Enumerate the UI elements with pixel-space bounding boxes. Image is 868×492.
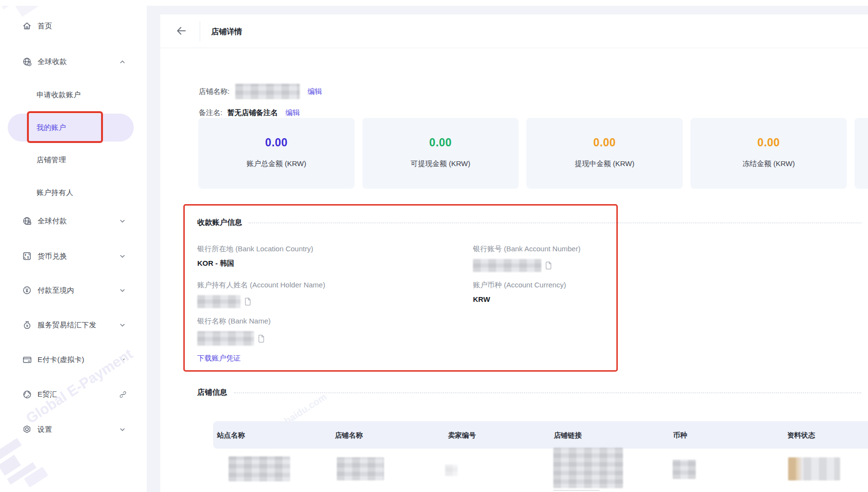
store-name-label: 店铺名称: bbox=[199, 87, 230, 96]
store-note-label: 备注名: bbox=[199, 108, 222, 117]
sidebar-item-label: 账户持有人 bbox=[37, 188, 74, 197]
col-data-status: 资料状态 bbox=[787, 431, 815, 440]
stat-card-withdrawable: 0.00 可提现金额 (KRW) bbox=[362, 118, 519, 189]
chevron-down-icon bbox=[119, 426, 126, 433]
brand-watermark-logo bbox=[0, 438, 34, 481]
sidebar-item-label: 货币兑换 bbox=[38, 252, 67, 261]
store-name-redacted bbox=[235, 84, 300, 99]
sidebar-item-label: 服务贸易结汇下发 bbox=[38, 321, 96, 330]
field-value: KRW bbox=[473, 295, 566, 303]
col-site-name: 站点名称 bbox=[217, 431, 245, 440]
account-holder-field: 账户持有人姓名 (Account Holder Name) bbox=[197, 281, 325, 308]
sidebar-item-domestic-payment[interactable]: 付款至境内 bbox=[0, 280, 147, 301]
sidebar-item-epay-card[interactable]: E付卡(虚拟卡) bbox=[0, 349, 147, 370]
sidebar-item-settings[interactable]: 设置 bbox=[0, 419, 147, 440]
bank-account-redacted bbox=[473, 259, 541, 272]
page-background-gap bbox=[147, 6, 160, 492]
stat-value: 0.00 bbox=[198, 136, 355, 149]
chevron-up-icon bbox=[119, 58, 126, 65]
edit-store-name-link[interactable]: 编辑 bbox=[307, 87, 322, 96]
copy-icon[interactable] bbox=[244, 298, 251, 306]
col-store-name: 店铺名称 bbox=[335, 431, 363, 440]
stat-value: 0.00 bbox=[526, 136, 683, 149]
stat-label: 可提现金额 (KRW) bbox=[362, 159, 519, 168]
copy-icon[interactable] bbox=[258, 335, 265, 343]
page-background-band bbox=[147, 6, 868, 14]
topbar-edge bbox=[0, 0, 868, 6]
sidebar-item-label: 全球收款 bbox=[38, 57, 67, 66]
sidebar-item-label: 申请收款账户 bbox=[37, 91, 81, 100]
back-button[interactable] bbox=[176, 25, 188, 38]
store-name-row: 店铺名称: 编辑 bbox=[199, 83, 322, 100]
bank-name-redacted bbox=[197, 331, 254, 346]
sidebar-item-label: 付款至境内 bbox=[38, 286, 75, 295]
store-note-value: 暂无店铺备注名 bbox=[227, 108, 278, 117]
section-title: 店铺信息 bbox=[197, 388, 227, 398]
store-link-underline bbox=[553, 490, 600, 491]
stat-label: 提现中金额 (KRW) bbox=[526, 159, 683, 168]
globe-collect-icon bbox=[22, 56, 32, 67]
cell-status-redacted bbox=[788, 457, 840, 480]
section-title: 收款账户信息 bbox=[197, 218, 242, 228]
svg-text:$: $ bbox=[27, 256, 29, 259]
sidebar-item-etrade[interactable]: E贸汇 bbox=[0, 384, 147, 405]
sidebar: Global E-Payment 首页 全球收款 申请收款账户 我的账户 店铺管… bbox=[0, 0, 147, 492]
chevron-down-icon bbox=[119, 218, 126, 224]
sidebar-item-global-payment[interactable]: 全球付款 bbox=[0, 210, 147, 232]
field-label: 账户币种 (Account Currency) bbox=[473, 281, 566, 290]
bank-name-field: 银行名称 (Bank Name) bbox=[197, 317, 271, 346]
credit-card-icon bbox=[22, 354, 32, 365]
chevron-down-icon bbox=[119, 356, 126, 363]
chevron-down-icon bbox=[119, 253, 126, 259]
main-panel: baidu.com Glo 店铺详情 店铺名称: 编辑 备注名: 暂无店铺备注名… bbox=[160, 14, 868, 492]
sidebar-item-trade-settlement[interactable]: 服务贸易结汇下发 bbox=[0, 314, 147, 336]
chevron-down-icon bbox=[119, 287, 126, 294]
cell-store-link-redacted bbox=[553, 448, 623, 488]
yen-circle-icon bbox=[22, 285, 32, 296]
field-label: 银行名称 (Bank Name) bbox=[197, 317, 271, 326]
account-holder-redacted bbox=[197, 295, 241, 308]
money-bag-icon bbox=[22, 320, 32, 330]
sidebar-item-account-holder[interactable]: 账户持有人 bbox=[0, 182, 147, 203]
external-link-icon bbox=[119, 391, 126, 398]
stat-value: 0.00 bbox=[362, 136, 519, 149]
field-label: 账户持有人姓名 (Account Holder Name) bbox=[197, 281, 325, 290]
account-info-section-header: 收款账户信息 bbox=[197, 218, 861, 228]
section-rule bbox=[249, 222, 861, 223]
sidebar-item-label: 店铺管理 bbox=[37, 155, 66, 165]
section-rule bbox=[234, 392, 861, 393]
brand-watermark-text: Global E-Payment bbox=[23, 335, 153, 427]
gear-icon bbox=[22, 424, 32, 435]
sidebar-item-label: 设置 bbox=[38, 425, 52, 434]
field-label: 银行所在地 (Bank Location Country) bbox=[197, 245, 313, 254]
cell-seller-id-redacted bbox=[445, 465, 458, 476]
stat-card-total: 0.00 账户总金额 (KRW) bbox=[198, 118, 355, 189]
stat-card-partial bbox=[855, 118, 868, 189]
brand-watermark-fragment bbox=[24, 466, 49, 488]
col-store-link: 店铺链接 bbox=[554, 431, 582, 440]
chevron-down-icon bbox=[119, 322, 126, 328]
stat-card-withdrawing: 0.00 提现中金额 (KRW) bbox=[526, 118, 683, 189]
header-divider bbox=[200, 21, 200, 41]
sidebar-item-label: 我的账户 bbox=[37, 123, 66, 132]
edit-store-note-link[interactable]: 编辑 bbox=[285, 108, 300, 117]
page-title: 店铺详情 bbox=[211, 27, 242, 37]
sidebar-item-store-management[interactable]: 店铺管理 bbox=[0, 149, 147, 170]
col-seller-id: 卖家编号 bbox=[448, 431, 476, 440]
world-icon bbox=[22, 389, 32, 400]
stat-label: 账户总金额 (KRW) bbox=[198, 159, 355, 168]
sidebar-item-label: E贸汇 bbox=[38, 390, 57, 399]
currency-exchange-icon: ¥$ bbox=[22, 251, 32, 261]
sidebar-item-currency-exchange[interactable]: ¥$ 货币兑换 bbox=[0, 246, 147, 267]
shop-table-header: 站点名称 店铺名称 卖家编号 店铺链接 币种 资料状态 bbox=[213, 421, 868, 449]
store-note-row: 备注名: 暂无店铺备注名 编辑 bbox=[199, 106, 300, 119]
sidebar-item-apply-account[interactable]: 申请收款账户 bbox=[0, 84, 147, 105]
sidebar-item-home[interactable]: 首页 bbox=[0, 15, 147, 37]
sidebar-item-global-collection[interactable]: 全球收款 bbox=[0, 51, 147, 72]
sidebar-item-my-account[interactable]: 我的账户 bbox=[0, 117, 147, 138]
globe-pay-icon bbox=[22, 216, 32, 226]
field-label: 银行账号 (Bank Account Number) bbox=[473, 245, 580, 254]
copy-icon[interactable] bbox=[545, 261, 552, 270]
download-voucher-link[interactable]: 下载账户凭证 bbox=[197, 354, 241, 363]
sidebar-item-label: 全球付款 bbox=[38, 217, 67, 226]
